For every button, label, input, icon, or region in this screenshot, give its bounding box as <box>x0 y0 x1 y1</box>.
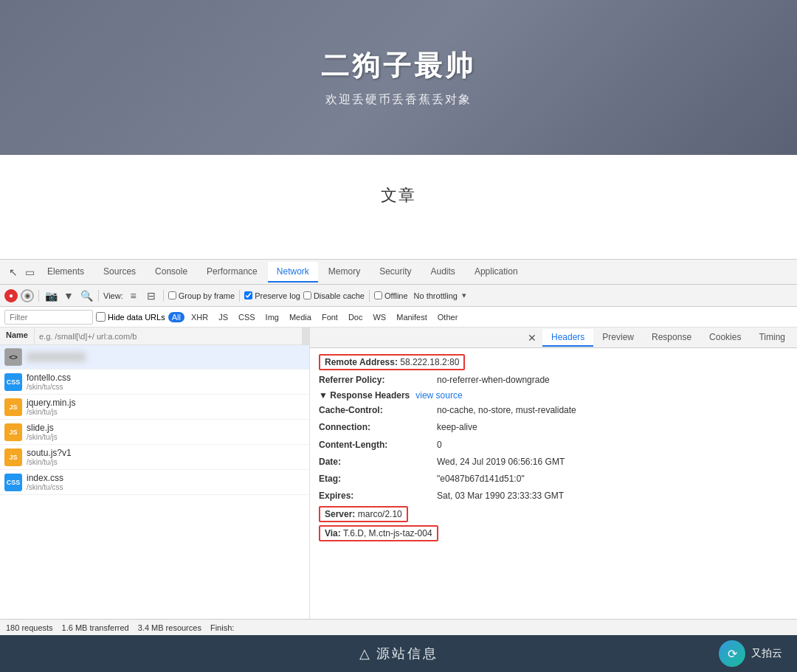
filter-input[interactable] <box>4 310 93 325</box>
tab-performance[interactable]: Performance <box>198 262 266 283</box>
cache-control-value: no-cache, no-store, must-revalidate <box>437 403 576 418</box>
tab-sources[interactable]: Sources <box>94 262 145 283</box>
date-key: Date: <box>319 455 437 469</box>
list-item[interactable]: JS jquery.min.js /skin/tu/js <box>0 395 309 420</box>
code-file-icon: <> <box>4 348 22 366</box>
close-button[interactable]: ✕ <box>522 332 542 344</box>
disable-cache-label: Disable cache <box>314 291 365 300</box>
tab-response[interactable]: Response <box>643 329 700 347</box>
etag-key: Etag: <box>319 472 437 486</box>
filter-icon[interactable]: ▼ <box>61 288 76 303</box>
remote-address-key: Remote Address: <box>325 357 398 367</box>
file-path: /skin/tu/js <box>27 433 58 441</box>
network-toolbar: ● ◉ 📷 ▼ 🔍 View: ≡ ⊟ Group by frame Prese… <box>0 285 797 307</box>
tab-security[interactable]: Security <box>370 262 420 283</box>
bottom-bar: △ 源站信息 ⟳ 又拍云 <box>0 635 797 672</box>
filter-js[interactable]: JS <box>215 312 232 322</box>
filter-bar: Hide data URLs All XHR JS CSS Img Media … <box>0 307 797 328</box>
file-name <box>27 353 86 361</box>
filter-doc[interactable]: Doc <box>345 312 367 322</box>
cursor-icon[interactable]: ↖ <box>6 265 21 280</box>
hide-data-urls-checkbox[interactable]: Hide data URLs <box>96 312 165 322</box>
filter-font[interactable]: Font <box>318 312 342 322</box>
logo-circle-icon: ⟳ <box>719 640 745 667</box>
bottom-bar-label: 源站信息 <box>376 645 438 662</box>
list-item[interactable]: JS slide.js /skin/tu/js <box>0 420 309 445</box>
css-file-icon: CSS <box>4 474 22 491</box>
header-connection: Connection: keep-alive <box>319 420 788 434</box>
file-list-header: Name <box>0 328 309 345</box>
tab-elements[interactable]: Elements <box>38 262 93 283</box>
tab-headers[interactable]: Headers <box>542 329 593 347</box>
detail-panel: ✕ Headers Preview Response Cookies Timin… <box>310 328 797 619</box>
hide-data-urls-label: Hide data URLs <box>108 313 165 322</box>
list-item[interactable]: JS soutu.js?v1 /skin/tu/js <box>0 445 309 470</box>
finish-label: Finish: <box>210 623 234 632</box>
filter-xhr[interactable]: XHR <box>187 312 212 322</box>
detail-content: Remote Address: 58.222.18.2:80 Referrer … <box>310 348 797 619</box>
disable-cache-checkbox[interactable]: Disable cache <box>303 291 365 300</box>
camera-icon[interactable]: 📷 <box>44 288 58 303</box>
content-length-value: 0 <box>437 438 442 452</box>
cache-control-key: Cache-Control: <box>319 403 437 418</box>
list-item[interactable]: CSS index.css /skin/tu/css <box>0 470 309 495</box>
list-item[interactable]: <> <box>0 345 309 370</box>
file-name: index.css <box>27 473 63 483</box>
filter-css[interactable]: CSS <box>235 312 259 322</box>
tab-console[interactable]: Console <box>146 262 196 283</box>
logo-text: 又拍云 <box>751 647 782 660</box>
filter-img[interactable]: Img <box>262 312 283 322</box>
filter-other[interactable]: Other <box>434 312 462 322</box>
tab-timing[interactable]: Timing <box>750 329 794 347</box>
js-file-icon: JS <box>4 398 22 416</box>
group-by-frame-checkbox[interactable]: Group by frame <box>168 291 235 300</box>
detail-tabs: ✕ Headers Preview Response Cookies Timin… <box>310 328 797 348</box>
file-name: soutu.js?v1 <box>27 448 72 458</box>
resize-handle[interactable] <box>302 328 309 344</box>
separator5 <box>369 290 370 302</box>
bottom-bar-text: △ 源站信息 <box>359 645 438 662</box>
connection-value: keep-alive <box>437 420 477 434</box>
list-view-icon[interactable]: ≡ <box>126 288 141 303</box>
filter-media[interactable]: Media <box>286 312 315 322</box>
via-key: Via: <box>325 528 341 538</box>
server-value: marco/2.10 <box>358 509 402 519</box>
list-item[interactable]: CSS fontello.css /skin/tu/css <box>0 370 309 395</box>
requests-count: 180 requests <box>6 623 53 632</box>
filter-ws[interactable]: WS <box>369 312 390 322</box>
separator3 <box>163 290 164 302</box>
search-icon[interactable]: 🔍 <box>79 288 94 303</box>
header-cache-control: Cache-Control: no-cache, no-store, must-… <box>319 403 788 418</box>
grid-view-icon[interactable]: ⊟ <box>144 288 159 303</box>
tab-audits[interactable]: Audits <box>422 262 464 283</box>
file-info: slide.js /skin/tu/js <box>27 423 58 441</box>
tab-network[interactable]: Network <box>268 262 318 283</box>
file-path: /skin/tu/js <box>27 408 75 416</box>
file-name: jquery.min.js <box>27 398 75 408</box>
response-headers-label: ▼ Response Headers <box>319 390 410 401</box>
url-filter-input[interactable] <box>35 328 302 344</box>
filter-manifest[interactable]: Manifest <box>393 312 431 322</box>
server-key: Server: <box>325 509 355 519</box>
filter-all[interactable]: All <box>168 312 184 322</box>
etag-value: "e0487b67d141d51:0" <box>437 472 525 486</box>
tab-preview[interactable]: Preview <box>593 329 643 347</box>
view-source-link[interactable]: view source <box>415 390 462 401</box>
stop-button[interactable]: ◉ <box>21 289 34 302</box>
throttling-arrow[interactable]: ▾ <box>462 291 466 300</box>
referrer-policy-key: Referrer Policy: <box>319 373 437 387</box>
connection-key: Connection: <box>319 420 437 434</box>
warning-icon: △ <box>359 645 372 662</box>
file-info: fontello.css /skin/tu/css <box>27 373 71 391</box>
offline-checkbox[interactable]: Offline <box>374 291 408 300</box>
record-button[interactable]: ● <box>4 289 18 302</box>
devtools-tabs-bar: ↖ ▭ Elements Sources Console Performance… <box>0 260 797 285</box>
preserve-log-checkbox[interactable]: Preserve log <box>244 291 300 300</box>
tab-memory[interactable]: Memory <box>320 262 369 283</box>
remote-address-row: Remote Address: 58.222.18.2:80 <box>319 354 465 370</box>
device-icon[interactable]: ▭ <box>22 265 37 280</box>
expires-value: Sat, 03 Mar 1990 23:33:33 GMT <box>437 489 564 503</box>
tab-cookies[interactable]: Cookies <box>700 329 750 347</box>
tab-application[interactable]: Application <box>466 262 527 283</box>
via-highlighted: Via: T.6.D, M.ctn-js-taz-004 <box>319 525 438 541</box>
